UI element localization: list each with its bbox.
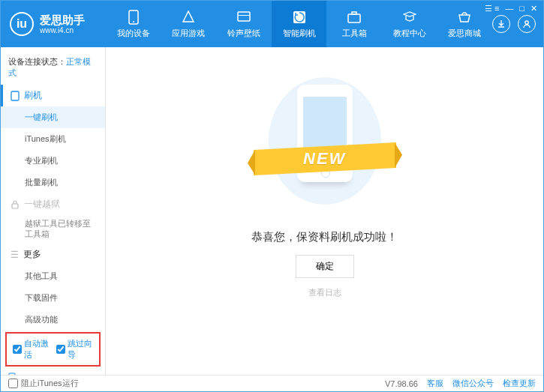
maximize-icon[interactable]: □ (519, 4, 524, 13)
sidebar-item-advanced[interactable]: 高级功能 (1, 309, 105, 331)
sidebar-item-pro-flash[interactable]: 专业刷机 (1, 150, 105, 172)
svg-rect-6 (352, 12, 356, 14)
success-message: 恭喜您，保资料刷机成功啦！ (251, 230, 398, 244)
sidebar-item-batch-flash[interactable]: 批量刷机 (1, 172, 105, 193)
app-title: 爱思助手 (40, 14, 85, 26)
ok-button[interactable]: 确定 (296, 255, 354, 278)
tutorial-icon (402, 10, 417, 25)
lock-icon (11, 200, 20, 209)
top-nav: 我的设备 应用游戏 铃声壁纸 智能刷机 工具箱 教程中心 爱思商城 (106, 1, 492, 47)
logo-icon: iu (10, 12, 34, 36)
phone-small-icon (11, 91, 20, 101)
svg-rect-9 (12, 204, 18, 208)
apps-icon (181, 10, 196, 25)
menu-icon[interactable]: ☰ ≡ (485, 4, 499, 13)
sidebar-item-download-firmware[interactable]: 下载固件 (1, 287, 105, 309)
checkbox-auto-activate[interactable]: 自动激活 (13, 338, 50, 361)
sidebar-item-itunes-flash[interactable]: iTunes刷机 (1, 128, 105, 150)
app-header: iu 爱思助手 www.i4.cn 我的设备 应用游戏 铃声壁纸 智能刷机 工具… (1, 1, 543, 47)
view-log-link[interactable]: 查看日志 (308, 287, 341, 298)
close-icon[interactable]: ✕ (530, 4, 537, 13)
nav-tutorials[interactable]: 教程中心 (382, 1, 437, 47)
svg-rect-2 (238, 12, 250, 21)
customer-service-link[interactable]: 客服 (427, 378, 443, 389)
wechat-link[interactable]: 微信公众号 (452, 378, 494, 389)
section-jailbreak: 一键越狱 (1, 193, 105, 215)
checkbox-skip-guide[interactable]: 跳过向导 (56, 338, 94, 361)
nav-my-device[interactable]: 我的设备 (106, 1, 161, 47)
main-content: NEW 恭喜您，保资料刷机成功啦！ 确定 查看日志 (106, 47, 543, 375)
section-flash[interactable]: 刷机 (1, 85, 105, 106)
status-bar: 阻止iTunes运行 V7.98.66 客服 微信公众号 检查更新 (1, 375, 543, 391)
toolbox-icon (347, 10, 362, 25)
wallpaper-icon (236, 10, 251, 25)
success-illustration: NEW (269, 77, 381, 205)
svg-point-7 (525, 21, 528, 24)
options-highlight-box: 自动激活 跳过向导 (5, 332, 101, 367)
svg-rect-8 (11, 91, 19, 100)
more-icon: ☰ (11, 250, 19, 260)
app-url: www.i4.cn (40, 26, 85, 34)
store-icon (457, 10, 472, 25)
header-right (492, 15, 543, 33)
checkbox-block-itunes[interactable] (8, 379, 18, 388)
svg-point-1 (133, 21, 134, 22)
sidebar-item-other-tools[interactable]: 其他工具 (1, 265, 105, 287)
nav-flash[interactable]: 智能刷机 (272, 1, 327, 47)
jailbreak-note: 越狱工具已转移至工具箱 (1, 215, 105, 244)
minimize-icon[interactable]: — (505, 4, 513, 13)
device-connection-state: 设备连接状态：正常模式 (1, 53, 105, 85)
version-label: V7.98.66 (385, 379, 418, 388)
phone-icon (126, 10, 141, 25)
sidebar-item-oneclick-flash[interactable]: 一键刷机 (1, 106, 105, 128)
flash-icon (292, 10, 307, 25)
window-controls: ☰ ≡ — □ ✕ (485, 4, 537, 13)
nav-apps[interactable]: 应用游戏 (161, 1, 217, 47)
svg-rect-5 (348, 14, 360, 22)
section-more[interactable]: ☰ 更多 (1, 244, 105, 265)
svg-rect-3 (238, 15, 250, 16)
nav-ringtones[interactable]: 铃声壁纸 (216, 1, 272, 47)
sidebar: 设备连接状态：正常模式 刷机 一键刷机 iTunes刷机 专业刷机 批量刷机 一… (1, 47, 106, 375)
check-update-link[interactable]: 检查更新 (503, 378, 536, 389)
download-icon[interactable] (492, 15, 510, 33)
block-itunes-label: 阻止iTunes运行 (21, 378, 79, 389)
nav-toolbox[interactable]: 工具箱 (326, 1, 382, 47)
user-icon[interactable] (518, 15, 536, 33)
logo: iu 爱思助手 www.i4.cn (1, 12, 106, 36)
